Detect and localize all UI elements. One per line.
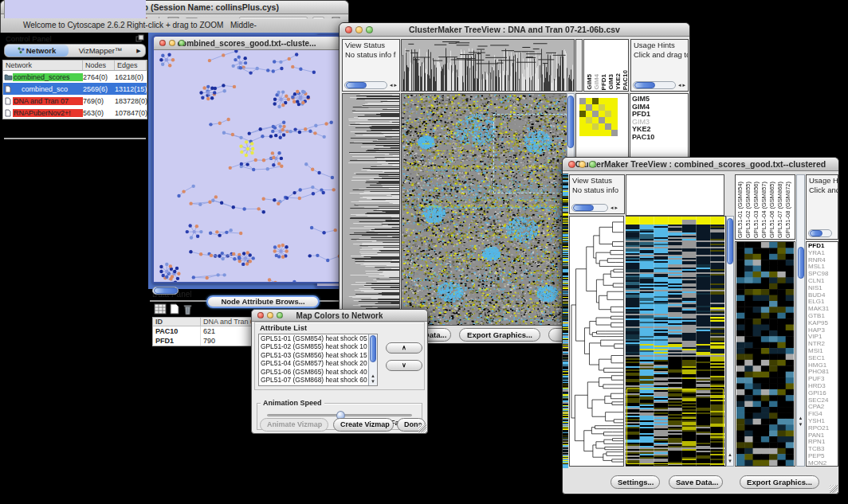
move-up-button[interactable]: ∧ [386,342,422,354]
scrollbar-thumb[interactable] [634,82,655,88]
scroll-up-icon[interactable]: ▲ [369,373,377,379]
view-status-scrollbar[interactable]: ◂▸ [571,203,619,212]
scrollbar-thumb[interactable] [154,287,178,294]
column-label[interactable]: GPL51-07 (GSM868) [776,182,784,238]
tab-overflow-button[interactable]: ▶ [132,48,145,54]
attribute-list-item[interactable]: GPL51-01 (GSM854) heat shock 05 min [259,334,368,342]
scroll-down-icon[interactable]: ▼ [369,379,377,385]
heatmap-vscrollbar[interactable]: ▲ ▼ [726,216,734,467]
float-panel-icon[interactable] [135,34,144,42]
attribute-table-icon[interactable] [154,303,167,315]
scroll-down-icon[interactable]: ▼ [727,459,733,464]
row-dendrogram-canvas[interactable] [570,217,623,466]
col-network[interactable]: Network [3,61,83,70]
minimize-button[interactable] [267,312,273,318]
minimize-button[interactable] [355,26,363,33]
column-dendrogram-canvas[interactable] [402,40,574,91]
scroll-down-icon[interactable]: ▼ [797,422,804,428]
zoom-button[interactable] [589,161,596,168]
attribute-list-item[interactable]: GPL51-04 (GSM857) heat shock 20 min [259,359,368,367]
zoom-heatmap-canvas[interactable] [579,98,618,136]
usage-hints-scrollbar[interactable]: ◂▸ [633,80,687,89]
create-vizmap-button[interactable]: Create Vizmap [333,418,394,432]
attribute-list-item[interactable]: GPL51-06 (GSM865) heat shock 40 min [259,368,368,376]
data-panel-hscrollbar[interactable] [152,287,179,295]
scrollbar-thumb[interactable] [567,96,574,148]
treeview1-titlebar[interactable]: ClusterMaker TreeView : DNA and Tran 07-… [340,23,689,37]
network-list-row[interactable]: combined_scores 2764(0) 16218(0) [3,71,147,83]
column-label[interactable]: GIM5 [586,74,593,90]
column-label[interactable]: GPL51-06 (GSM865) [768,182,776,238]
tab-vizmapper[interactable]: VizMapper™ [69,45,132,57]
network-view-canvas[interactable] [154,50,340,282]
usage-hints-scrollbar[interactable] [808,229,832,237]
attribute-list-scrollbar[interactable]: ▲ ▼ [368,334,377,385]
column-label[interactable]: PAC10 [622,70,629,90]
gene-label[interactable]: MON2 [808,460,838,467]
network-list-row[interactable]: RNAPuberNov2+! 563(0) 107847(0) [3,107,147,119]
col-id[interactable]: ID [153,318,201,326]
animation-speed-slider[interactable] [267,414,412,416]
zoom-button[interactable] [277,312,283,318]
scroll-arrows-icon[interactable]: ◂▸ [390,82,398,88]
save-data-button[interactable]: Save Data... [669,475,723,489]
column-label[interactable]: GPL51-08 (GSM872) [784,182,792,238]
heatmap-global-panel[interactable] [401,93,575,326]
export-graphics-button[interactable]: Export Graphics... [459,328,540,342]
heatmap-global-canvas[interactable] [626,217,724,466]
close-button[interactable] [345,26,352,33]
column-dendrogram-panel[interactable] [626,174,724,216]
treeview2-titlebar[interactable]: ClusterMaker TreeView : combined_scores_… [563,158,838,171]
col-edges[interactable]: Edges [115,61,147,70]
network-list-row[interactable]: DNA and Tran 07 769(0) 183728(0) [3,95,147,107]
column-label[interactable]: GIM3 [607,74,614,90]
zoom-button[interactable] [366,26,373,33]
heatmap-global-panel[interactable] [626,216,726,467]
view-status-scrollbar[interactable]: ◂▸ [344,80,398,89]
tab-network[interactable]: Network [5,45,69,57]
resize-grip[interactable] [418,424,426,432]
global-overview-strip[interactable] [563,174,568,468]
close-button[interactable] [568,161,575,168]
attribute-list-item[interactable]: GPL51-07 (GSM868) heat shock 60 min [259,376,368,384]
zoom-heatmap-canvas[interactable] [736,242,794,466]
resize-grip[interactable] [830,485,838,493]
row-dendrogram-canvas[interactable] [343,94,399,325]
row-dendrogram-panel[interactable] [342,93,400,326]
scrollbar-thumb[interactable] [727,218,733,264]
network-list-row[interactable]: combined_sco 2569(6) 13112(15) [3,83,147,95]
column-label[interactable]: YKE2 [614,73,622,90]
row-dendrogram-panel[interactable] [569,216,624,467]
delete-attribute-icon[interactable] [183,303,193,315]
col-nodes[interactable]: Nodes [83,61,115,70]
node-attribute-browser-tab[interactable]: Node Attribute Brows... [206,295,320,308]
zoom-heatmap-panel[interactable] [735,241,795,467]
minimize-button[interactable] [579,161,586,168]
scrollbar-thumb[interactable] [346,82,367,88]
column-label[interactable]: GPL51-01 (GSM854) [736,182,744,238]
zoom-button[interactable] [179,40,185,46]
mini-scroll-strip[interactable] [575,39,583,92]
scroll-up-icon[interactable]: ▲ [727,452,733,458]
move-down-button[interactable]: ∨ [386,360,422,371]
scrollbar-thumb[interactable] [573,205,594,211]
network-view-window[interactable]: combined_scores_good.txt--cluste... [152,35,341,283]
scrollbar-thumb[interactable] [370,335,376,362]
scrollbar-thumb[interactable] [810,230,822,236]
column-label[interactable]: GPL51-04 (GSM857) [760,182,768,238]
close-button[interactable] [257,312,264,318]
scroll-arrows-icon[interactable]: ◂▸ [610,205,619,211]
network-window-titlebar[interactable]: combined_scores_good.txt--cluste... [154,37,340,50]
settings-button[interactable]: Settings... [610,475,660,489]
animate-vizmap-button[interactable]: Animate Vizmap [260,418,328,432]
dialog-titlebar[interactable]: Map Colors to Network [252,310,427,322]
column-label[interactable]: GIM4 [593,74,600,90]
scroll-arrows-icon[interactable]: ◂▸ [678,82,687,88]
column-label[interactable]: GPL51-03 (GSM856) [752,182,760,238]
scroll-up-icon[interactable]: ▲ [797,416,804,421]
column-label[interactable]: GPL51-02 (GSM855) [744,182,752,238]
minimize-button[interactable] [169,40,175,46]
column-dendrogram-panel[interactable] [401,39,575,92]
export-graphics-button[interactable]: Export Graphics... [740,475,819,489]
new-attribute-icon[interactable] [170,303,179,315]
